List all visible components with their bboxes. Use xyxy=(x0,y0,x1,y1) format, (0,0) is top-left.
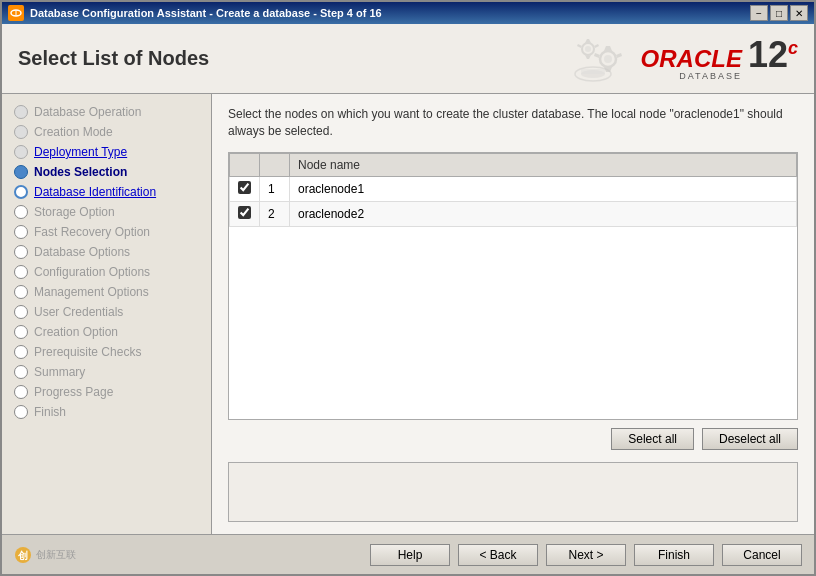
cancel-button[interactable]: Cancel xyxy=(722,544,802,566)
titlebar-left: Database Configuration Assistant - Creat… xyxy=(8,5,382,21)
step-dot-15 xyxy=(14,385,28,399)
deselect-all-button[interactable]: Deselect all xyxy=(702,428,798,450)
instruction-text: Select the nodes on which you want to cr… xyxy=(228,106,798,140)
sidebar-item-fast-recovery: Fast Recovery Option xyxy=(2,222,211,242)
content-panel: Select the nodes on which you want to cr… xyxy=(212,94,814,534)
step-dot-2 xyxy=(14,125,28,139)
footer: 创 创新互联 Help < Back Next > Finish Cancel xyxy=(2,534,814,574)
watermark-text: 创新互联 xyxy=(36,548,76,562)
sidebar-label-creation-mode: Creation Mode xyxy=(34,125,113,139)
step-dot-9 xyxy=(14,265,28,279)
sidebar-label-database-identification: Database Identification xyxy=(34,185,156,199)
finish-button[interactable]: Finish xyxy=(634,544,714,566)
step-dot-14 xyxy=(14,365,28,379)
sidebar-item-nodes-selection: Nodes Selection xyxy=(2,162,211,182)
sidebar-label-configuration-options: Configuration Options xyxy=(34,265,150,279)
sidebar-item-management-options: Management Options xyxy=(2,282,211,302)
help-button[interactable]: Help xyxy=(370,544,450,566)
app-icon xyxy=(8,5,24,21)
sidebar-item-creation-option: Creation Option xyxy=(2,322,211,342)
sidebar-item-finish: Finish xyxy=(2,402,211,422)
sidebar: Database Operation Creation Mode Deploym… xyxy=(2,94,212,534)
node-name-1: oraclenode1 xyxy=(290,176,797,201)
step-dot-10 xyxy=(14,285,28,299)
node-checkbox-2[interactable] xyxy=(238,206,251,219)
sidebar-label-progress-page: Progress Page xyxy=(34,385,113,399)
node-num-1: 1 xyxy=(260,176,290,201)
main-area: Database Operation Creation Mode Deploym… xyxy=(2,94,814,534)
sidebar-label-management-options: Management Options xyxy=(34,285,149,299)
step-dot-8 xyxy=(14,245,28,259)
sidebar-label-nodes-selection: Nodes Selection xyxy=(34,165,127,179)
svg-text:创: 创 xyxy=(17,550,28,561)
titlebar: Database Configuration Assistant - Creat… xyxy=(2,2,814,24)
svg-point-5 xyxy=(604,55,612,63)
close-button[interactable]: ✕ xyxy=(790,5,808,21)
svg-rect-8 xyxy=(581,69,605,74)
minimize-button[interactable]: − xyxy=(750,5,768,21)
sidebar-label-user-credentials: User Credentials xyxy=(34,305,123,319)
col-num xyxy=(260,153,290,176)
sidebar-label-storage-option: Storage Option xyxy=(34,205,115,219)
sidebar-label-summary: Summary xyxy=(34,365,85,379)
step-dot-12 xyxy=(14,325,28,339)
table-buttons: Select all Deselect all xyxy=(228,428,798,450)
sidebar-label-creation-option: Creation Option xyxy=(34,325,118,339)
col-node-name: Node name xyxy=(290,153,797,176)
maximize-button[interactable]: □ xyxy=(770,5,788,21)
select-all-button[interactable]: Select all xyxy=(611,428,694,450)
sidebar-item-summary: Summary xyxy=(2,362,211,382)
nodes-table: Node name 1oraclenode12oraclenode2 xyxy=(229,153,797,227)
sidebar-label-fast-recovery: Fast Recovery Option xyxy=(34,225,150,239)
sidebar-item-user-credentials: User Credentials xyxy=(2,302,211,322)
oracle-branding: ORACLE DATABASE 12c xyxy=(641,37,798,81)
app-window: Database Configuration Assistant - Creat… xyxy=(0,0,816,576)
step-dot-1 xyxy=(14,105,28,119)
sidebar-label-deployment-type: Deployment Type xyxy=(34,145,127,159)
watermark-icon: 创 xyxy=(14,546,32,564)
step-dot-7 xyxy=(14,225,28,239)
sidebar-item-prerequisite-checks: Prerequisite Checks xyxy=(2,342,211,362)
bottom-info-panel xyxy=(228,462,798,522)
window-title: Database Configuration Assistant - Creat… xyxy=(30,7,382,19)
page-header: Select List of Nodes xyxy=(2,24,814,94)
oracle-logo-text: ORACLE xyxy=(641,47,742,71)
step-dot-3 xyxy=(14,145,28,159)
sidebar-item-creation-mode: Creation Mode xyxy=(2,122,211,142)
window-controls[interactable]: − □ ✕ xyxy=(750,5,808,21)
page-title: Select List of Nodes xyxy=(18,47,209,70)
table-row: 1oraclenode1 xyxy=(230,176,797,201)
step-dot-11 xyxy=(14,305,28,319)
sidebar-item-storage-option: Storage Option xyxy=(2,202,211,222)
node-num-2: 2 xyxy=(260,201,290,226)
sidebar-item-configuration-options: Configuration Options xyxy=(2,262,211,282)
next-button[interactable]: Next > xyxy=(546,544,626,566)
sidebar-item-deployment-type[interactable]: Deployment Type xyxy=(2,142,211,162)
node-name-2: oraclenode2 xyxy=(290,201,797,226)
table-row: 2oraclenode2 xyxy=(230,201,797,226)
back-button[interactable]: < Back xyxy=(458,544,538,566)
step-dot-16 xyxy=(14,405,28,419)
step-dot-6 xyxy=(14,205,28,219)
oracle-logo-area: ORACLE DATABASE 12c xyxy=(563,29,798,89)
oracle-version: 12c xyxy=(748,37,798,73)
sidebar-item-progress-page: Progress Page xyxy=(2,382,211,402)
col-check xyxy=(230,153,260,176)
sidebar-label-database-operation: Database Operation xyxy=(34,105,141,119)
sidebar-label-prerequisite-checks: Prerequisite Checks xyxy=(34,345,141,359)
sidebar-label-database-options: Database Options xyxy=(34,245,130,259)
oracle-db-label: DATABASE xyxy=(679,71,742,81)
svg-point-3 xyxy=(585,46,591,52)
node-checkbox-1[interactable] xyxy=(238,181,251,194)
step-dot-4 xyxy=(14,165,28,179)
sidebar-item-database-options: Database Options xyxy=(2,242,211,262)
sidebar-label-finish: Finish xyxy=(34,405,66,419)
sidebar-item-database-operation: Database Operation xyxy=(2,102,211,122)
watermark: 创 创新互联 xyxy=(14,546,76,564)
sidebar-item-database-identification[interactable]: Database Identification xyxy=(2,182,211,202)
gear-decoration xyxy=(563,29,633,89)
step-dot-5 xyxy=(14,185,28,199)
nodes-table-container: Node name 1oraclenode12oraclenode2 xyxy=(228,152,798,420)
step-dot-13 xyxy=(14,345,28,359)
